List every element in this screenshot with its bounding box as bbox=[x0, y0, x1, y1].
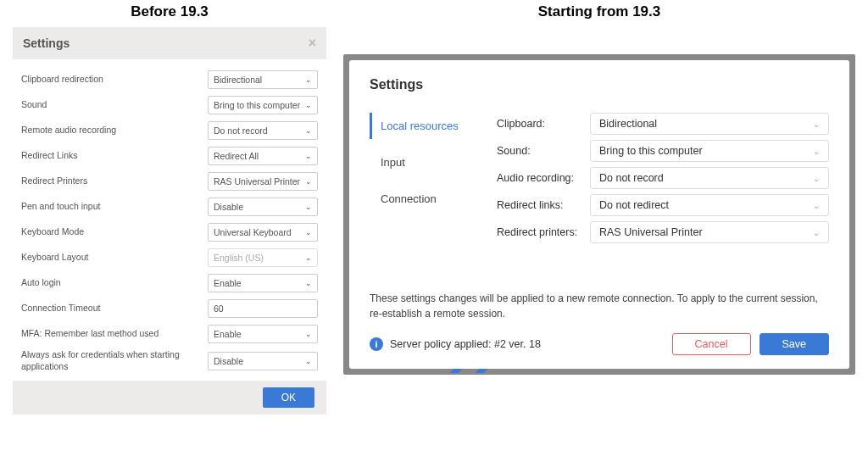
chevron-down-icon: ⌄ bbox=[813, 174, 820, 183]
old-select[interactable]: Bidirectional⌄ bbox=[208, 70, 318, 89]
old-select[interactable]: Universal Keyboard⌄ bbox=[208, 223, 318, 242]
new-setting-row: Sound:Bring to this computer⌄ bbox=[497, 140, 829, 162]
policy-text: Server policy applied: #2 ver. 18 bbox=[390, 338, 541, 350]
chevron-down-icon: ⌄ bbox=[305, 330, 312, 338]
new-select[interactable]: Do not redirect⌄ bbox=[590, 194, 829, 216]
old-select[interactable]: English (US)⌄ bbox=[208, 248, 318, 267]
old-value: Disable bbox=[214, 202, 243, 212]
old-title: Settings bbox=[23, 36, 70, 50]
chevron-down-icon: ⌄ bbox=[305, 203, 312, 211]
old-value: Enable bbox=[214, 329, 242, 339]
new-label: Redirect printers: bbox=[497, 226, 590, 238]
new-value: Bring to this computer bbox=[599, 145, 703, 157]
old-setting-row: Clipboard redirectionBidirectional⌄ bbox=[21, 70, 318, 90]
old-select[interactable]: Enable⌄ bbox=[208, 325, 318, 343]
cancel-button[interactable]: Cancel bbox=[672, 333, 751, 355]
new-dialog-frame: Settings Local resourcesInputConnection … bbox=[343, 54, 855, 375]
new-label: Audio recording: bbox=[497, 172, 590, 184]
old-value: Redirect All bbox=[214, 151, 259, 161]
old-value: English (US) bbox=[214, 253, 264, 263]
old-label: Sound bbox=[21, 99, 208, 111]
old-header: Settings × bbox=[13, 27, 326, 59]
chevron-down-icon: ⌄ bbox=[305, 126, 312, 135]
new-setting-row: Audio recording:Do not record⌄ bbox=[497, 167, 829, 189]
old-label: Remote audio recording bbox=[21, 125, 208, 136]
old-value: RAS Universal Printer bbox=[214, 176, 300, 186]
new-settings-panel: Settings Local resourcesInputConnection … bbox=[349, 60, 849, 369]
after-column: Starting from 19.3 Settings Local resour… bbox=[343, 0, 855, 462]
ok-button[interactable]: OK bbox=[263, 387, 314, 408]
old-setting-row: Keyboard ModeUniversal Keyboard⌄ bbox=[21, 222, 318, 242]
new-setting-row: Redirect links:Do not redirect⌄ bbox=[497, 194, 829, 216]
chevron-down-icon: ⌄ bbox=[813, 147, 820, 156]
new-select[interactable]: Bidirectional⌄ bbox=[590, 113, 829, 135]
old-setting-row: Redirect LinksRedirect All⌄ bbox=[21, 146, 318, 166]
tab-list: Local resourcesInputConnection bbox=[370, 113, 471, 248]
save-button[interactable]: Save bbox=[760, 333, 830, 355]
chevron-down-icon: ⌄ bbox=[305, 101, 312, 109]
new-setting-row: Redirect printers:RAS Universal Printer⌄ bbox=[497, 221, 829, 243]
chevron-down-icon: ⌄ bbox=[305, 177, 312, 186]
old-setting-row: Connection Timeout60 bbox=[21, 298, 318, 319]
old-setting-row: Redirect PrintersRAS Universal Printer⌄ bbox=[21, 171, 318, 192]
old-label: Redirect Printers bbox=[21, 175, 208, 187]
old-select[interactable]: Bring to this computer⌄ bbox=[208, 96, 318, 114]
old-select[interactable]: Do not record⌄ bbox=[208, 121, 318, 140]
old-label: Clipboard redirection bbox=[21, 74, 208, 86]
old-settings-panel: Settings × Clipboard redirectionBidirect… bbox=[13, 27, 326, 415]
old-value: Bring to this computer bbox=[214, 100, 300, 110]
note-text: These settings changes will be applied t… bbox=[370, 291, 829, 321]
tab-local-resources[interactable]: Local resources bbox=[370, 113, 471, 139]
info-icon: i bbox=[370, 337, 383, 351]
old-setting-row: SoundBring to this computer⌄ bbox=[21, 95, 318, 115]
chevron-down-icon: ⌄ bbox=[305, 228, 312, 237]
new-setting-row: Clipboard:Bidirectional⌄ bbox=[497, 113, 829, 135]
old-label: Always ask for credentials when starting… bbox=[21, 349, 208, 372]
new-label: Redirect links: bbox=[497, 199, 590, 211]
old-label: Redirect Links bbox=[21, 150, 208, 162]
after-heading: Starting from 19.3 bbox=[343, 3, 855, 20]
new-select[interactable]: Do not record⌄ bbox=[590, 167, 829, 189]
tab-input[interactable]: Input bbox=[370, 149, 471, 175]
new-title: Settings bbox=[370, 77, 829, 92]
old-label: Keyboard Layout bbox=[21, 252, 208, 264]
old-setting-row: Always ask for credentials when starting… bbox=[21, 349, 318, 372]
old-label: Keyboard Mode bbox=[21, 226, 208, 238]
new-label: Sound: bbox=[497, 145, 590, 157]
before-column: Before 19.3 Settings × Clipboard redirec… bbox=[13, 0, 326, 462]
new-value: Do not redirect bbox=[599, 199, 669, 211]
old-setting-row: Auto loginEnable⌄ bbox=[21, 273, 318, 293]
chevron-down-icon: ⌄ bbox=[305, 152, 312, 160]
old-value: 60 bbox=[214, 303, 224, 314]
old-value: Universal Keyboard bbox=[214, 227, 292, 237]
chevron-down-icon: ⌄ bbox=[305, 253, 312, 262]
before-heading: Before 19.3 bbox=[13, 3, 326, 20]
new-value: Do not record bbox=[599, 172, 664, 184]
chevron-down-icon: ⌄ bbox=[813, 201, 820, 210]
chevron-down-icon: ⌄ bbox=[305, 75, 312, 84]
new-select[interactable]: Bring to this computer⌄ bbox=[590, 140, 829, 162]
old-value: Bidirectional bbox=[214, 75, 262, 85]
old-label: Pen and touch input bbox=[21, 201, 208, 213]
old-label: Auto login bbox=[21, 277, 208, 289]
new-select[interactable]: RAS Universal Printer⌄ bbox=[590, 221, 829, 243]
old-label: Connection Timeout bbox=[21, 303, 208, 314]
settings-form: Clipboard:Bidirectional⌄Sound:Bring to t… bbox=[497, 113, 829, 248]
old-value: Enable bbox=[214, 278, 242, 288]
old-value: Disable bbox=[214, 356, 243, 366]
old-select[interactable]: Disable⌄ bbox=[208, 352, 318, 370]
old-text-input[interactable]: 60 bbox=[208, 299, 318, 318]
old-setting-row: Remote audio recordingDo not record⌄ bbox=[21, 120, 318, 141]
chevron-down-icon: ⌄ bbox=[813, 228, 820, 237]
new-label: Clipboard: bbox=[497, 118, 590, 130]
policy-row: i Server policy applied: #2 ver. 18 bbox=[370, 337, 541, 351]
old-select[interactable]: Enable⌄ bbox=[208, 274, 318, 292]
old-select[interactable]: Redirect All⌄ bbox=[208, 147, 318, 165]
tab-connection[interactable]: Connection bbox=[370, 186, 471, 212]
chevron-down-icon: ⌄ bbox=[813, 120, 820, 129]
old-value: Do not record bbox=[214, 125, 268, 136]
new-value: Bidirectional bbox=[599, 118, 657, 130]
old-select[interactable]: RAS Universal Printer⌄ bbox=[208, 172, 318, 191]
old-select[interactable]: Disable⌄ bbox=[208, 198, 318, 216]
close-icon[interactable]: × bbox=[309, 36, 316, 51]
